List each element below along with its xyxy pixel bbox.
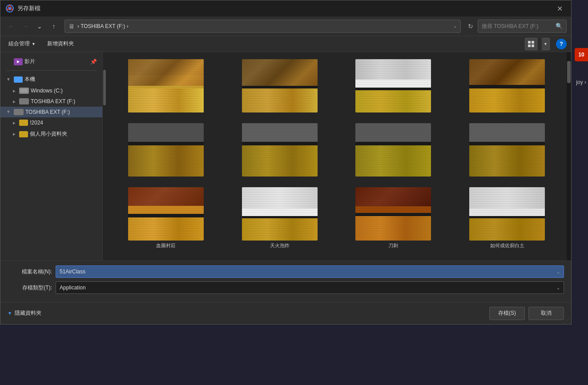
thumbnail-6 xyxy=(242,123,318,176)
search-input[interactable] xyxy=(482,23,553,29)
thumb-lower-4 xyxy=(469,88,545,112)
filetype-input[interactable] xyxy=(60,285,556,291)
chrome-notification-badge: 10 xyxy=(575,48,588,61)
thumbnail-9 xyxy=(128,187,204,241)
pc-icon xyxy=(14,76,23,83)
help-button[interactable]: ? xyxy=(556,39,567,49)
thumbnail-5 xyxy=(128,123,204,176)
view-button[interactable] xyxy=(525,38,537,50)
thumb-upper-2 xyxy=(242,59,318,86)
thumb-upper-3 xyxy=(355,59,431,80)
dropdown-button[interactable]: ⌄ xyxy=(33,20,46,32)
save-dialog: 另存新檔 ✕ ← → ⌄ ↑ 🖥 › TOSHIBA EXT (F:) › ⌄ … xyxy=(0,0,572,325)
thumb-lower-7 xyxy=(355,145,431,176)
file-item-11[interactable]: 刀刺 xyxy=(338,184,449,252)
thumb-lower-3 xyxy=(355,90,431,112)
file-name-11: 刀刺 xyxy=(388,242,398,249)
file-item-4[interactable] xyxy=(452,56,562,117)
thumbnail-3 xyxy=(355,59,431,112)
file-item-3[interactable] xyxy=(338,56,449,117)
expand-arrow-toshiba2: ► xyxy=(6,109,12,115)
content-area: ▶ 影片 📌 ► 本機 ► Windows (C:) ► xyxy=(0,52,571,261)
thumb-mid-11 xyxy=(355,206,431,213)
thumb-lower-9 xyxy=(128,217,204,241)
file-item-9[interactable]: 血圖村莊 xyxy=(111,184,221,252)
sidebar-item-2024[interactable]: ► !2024 xyxy=(0,117,102,128)
drive-c-icon xyxy=(19,88,29,94)
sidebar-item-toshiba-1[interactable]: ► TOSHIBA EXT (F:) xyxy=(0,96,102,107)
organize-dropdown-arrow: ▼ xyxy=(32,42,36,46)
file-item-7[interactable] xyxy=(338,120,449,181)
filetype-input-container[interactable]: ⌄ xyxy=(56,281,564,294)
thumb-lower-8 xyxy=(469,145,545,176)
sidebar-item-mypc[interactable]: ► 本機 xyxy=(0,73,102,85)
file-item-2[interactable] xyxy=(225,56,335,117)
sidebar-item-windows-c[interactable]: ► Windows (C:) xyxy=(0,85,102,96)
filename-dropdown-arrow[interactable]: ⌄ xyxy=(556,269,560,274)
refresh-button[interactable]: ↻ xyxy=(465,21,476,32)
thumb-upper-10 xyxy=(242,187,318,209)
resize-handle[interactable]: ⋰ xyxy=(564,317,569,323)
address-dropdown-arrow[interactable]: ⌄ xyxy=(453,24,457,28)
close-button[interactable]: ✕ xyxy=(553,2,566,15)
form-area: 檔案名稱(N): ⌄ 存檔類型(T): ⌄ xyxy=(0,261,571,302)
forward-button[interactable]: → xyxy=(19,20,32,32)
file-name-row-11: 刀刺 xyxy=(341,242,446,249)
filename-input[interactable] xyxy=(60,269,556,275)
new-folder-button[interactable]: 新增資料夾 xyxy=(44,38,77,49)
save-button[interactable]: 存檔(S) xyxy=(489,307,525,320)
sidebar-item-toshiba-2[interactable]: ► TOSHIBA EXT (F:) xyxy=(0,107,102,117)
sidebar-label-windows-c: Windows (C:) xyxy=(31,88,63,94)
video-folder-icon: ▶ xyxy=(14,58,23,65)
file-name-row-9: 血圖村莊 xyxy=(113,242,218,249)
hidden-folders-toggle[interactable]: ▼ 隱藏資料夾 xyxy=(8,309,41,317)
thumbnail-2 xyxy=(242,59,318,112)
view-icon xyxy=(528,41,534,47)
action-toolbar: 組合管理 ▼ 新增資料夾 ▼ ? xyxy=(0,36,571,52)
sidebar-label-videos: 影片 xyxy=(24,58,35,65)
cancel-button[interactable]: 取消 xyxy=(528,307,564,320)
sidebar-item-videos[interactable]: ▶ 影片 📌 xyxy=(0,56,102,68)
thumb-upper-6 xyxy=(242,123,318,142)
thumbnail-8 xyxy=(469,123,545,176)
thumb-mid-3 xyxy=(355,80,431,88)
file-item-12[interactable]: 如何成佐廚白土 xyxy=(452,184,562,252)
pin-icon: 📌 xyxy=(90,59,97,65)
filetype-row: 存檔類型(T): ⌄ xyxy=(8,281,564,294)
file-name-row-12: 如何成佐廚白土 xyxy=(455,242,560,249)
up-button[interactable]: ↑ xyxy=(48,20,60,32)
svg-rect-4 xyxy=(528,44,531,47)
sidebar-scrollbar-thumb xyxy=(103,70,106,105)
filetype-dropdown-arrow[interactable]: ⌄ xyxy=(556,285,560,290)
thumb-mid-9 xyxy=(128,206,204,214)
drive-f-icon-1 xyxy=(19,98,29,104)
dialog-title: 另存新檔 xyxy=(17,4,553,12)
filename-input-container[interactable]: ⌄ xyxy=(56,265,564,278)
file-item-6[interactable] xyxy=(225,120,335,181)
address-bar[interactable]: 🖥 › TOSHIBA EXT (F:) › ⌄ xyxy=(64,20,461,33)
svg-rect-2 xyxy=(528,41,531,44)
hidden-folders-arrow: ▼ xyxy=(8,311,12,316)
thumb-upper-9 xyxy=(128,187,204,208)
back-button[interactable]: ← xyxy=(5,20,17,32)
bottom-buttons: 存檔(S) 取消 xyxy=(489,307,564,320)
sidebar-item-personal[interactable]: ► 個人用小資料夾 xyxy=(0,128,102,140)
drive-f-icon-2 xyxy=(14,109,24,115)
file-item-1[interactable] xyxy=(111,56,221,117)
thumb-image-1 xyxy=(128,59,204,112)
grid-scrollbar-thumb xyxy=(567,61,571,83)
expand-arrow-personal: ► xyxy=(11,131,17,137)
view-dropdown-arrow[interactable]: ▼ xyxy=(542,38,550,50)
thumbnail-11 xyxy=(355,187,431,241)
file-item-10[interactable]: 天火泡炸 xyxy=(225,184,335,252)
address-drive-icon: 🖥 xyxy=(68,23,75,30)
expand-arrow-videos xyxy=(6,59,12,65)
thumb-lower-1 xyxy=(128,88,204,112)
file-item-5[interactable] xyxy=(111,120,221,181)
sidebar-scrollbar[interactable] xyxy=(103,52,106,261)
grid-scrollbar[interactable] xyxy=(567,52,571,261)
folder-2024-icon xyxy=(19,120,28,126)
file-item-8[interactable] xyxy=(452,120,562,181)
thumbnail-7 xyxy=(355,123,431,176)
organize-button[interactable]: 組合管理 ▼ xyxy=(5,38,39,49)
